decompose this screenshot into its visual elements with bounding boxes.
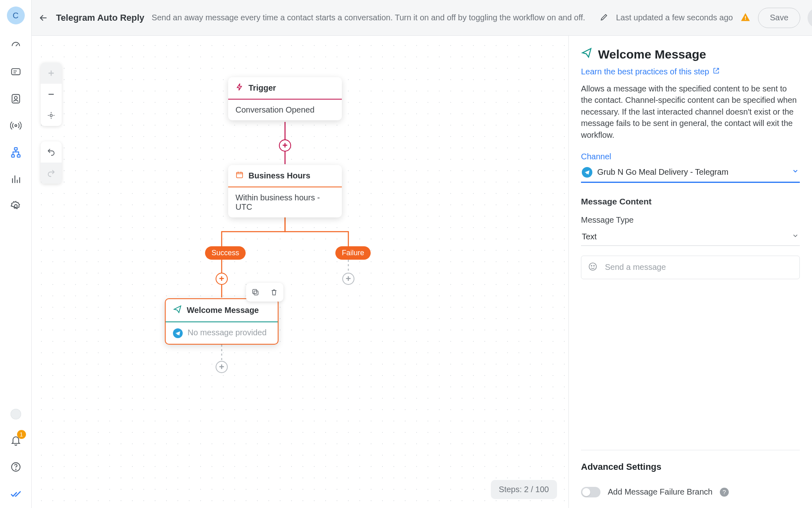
external-link-icon: [713, 67, 720, 76]
send-icon: [173, 305, 182, 316]
svg-point-20: [594, 265, 594, 266]
telegram-icon: [582, 167, 592, 178]
workflow-canvas[interactable]: + + + + Success Failure Trigger Conversa…: [32, 36, 568, 508]
nav-reports[interactable]: [10, 173, 22, 185]
canvas-history-tools: [41, 141, 62, 184]
add-step-after-trigger[interactable]: +: [279, 139, 291, 152]
steps-counter: Steps: 2 / 100: [491, 480, 557, 499]
last-updated: Last updated a few seconds ago: [616, 13, 733, 22]
svg-point-19: [591, 265, 592, 266]
lightning-icon: [235, 83, 244, 93]
svg-point-2: [14, 96, 17, 99]
emoji-button[interactable]: [588, 262, 598, 273]
save-button[interactable]: Save: [758, 8, 800, 28]
node-title: Trigger: [248, 83, 276, 93]
nav-rail: C 1: [0, 0, 32, 508]
help-icon[interactable]: ?: [720, 488, 729, 497]
svg-rect-1: [12, 95, 19, 103]
advanced-settings-heading: Advanced Settings: [581, 462, 800, 472]
svg-point-3: [15, 125, 17, 127]
node-welcome-message[interactable]: Welcome Message No message provided: [165, 298, 279, 345]
svg-rect-5: [11, 155, 14, 157]
workflow-title: Telegram Auto Reply: [56, 13, 145, 23]
panel-title: Welcome Message: [581, 47, 800, 61]
svg-rect-15: [237, 172, 243, 178]
send-icon: [581, 47, 592, 61]
failure-branch-row: Add Message Failure Branch ?: [581, 487, 800, 497]
svg-point-10: [50, 114, 52, 117]
notification-badge: 1: [17, 430, 26, 439]
workflow-subtitle: Send an away message every time a contac…: [152, 13, 585, 22]
svg-rect-0: [11, 69, 20, 75]
message-input[interactable]: [604, 262, 793, 272]
panel-description: Allows a message with the specified cont…: [581, 83, 800, 141]
nav-notifications[interactable]: 1: [10, 434, 22, 446]
back-button[interactable]: [38, 10, 49, 26]
publish-button[interactable]: Publish: [808, 8, 812, 28]
nav-blank[interactable]: [11, 409, 21, 419]
failure-branch-label: Add Message Failure Branch: [608, 487, 713, 497]
node-body: Within business hours - UTC: [228, 187, 342, 217]
nav-settings[interactable]: [10, 200, 22, 212]
node-business-hours[interactable]: Business Hours Within business hours - U…: [228, 165, 342, 217]
nav-help[interactable]: [10, 461, 22, 473]
delete-node-button[interactable]: [265, 283, 283, 302]
node-actions: [246, 283, 283, 302]
zoom-out-button[interactable]: [41, 84, 62, 105]
node-title: Business Hours: [248, 171, 310, 180]
node-trigger[interactable]: Trigger Conversation Opened: [228, 77, 342, 120]
add-step-after-welcome[interactable]: +: [216, 361, 228, 373]
message-type-select[interactable]: Text: [581, 228, 800, 246]
nav-contacts[interactable]: [10, 93, 22, 105]
svg-rect-17: [253, 289, 257, 293]
svg-rect-6: [17, 155, 20, 157]
node-body: Conversation Opened: [228, 100, 342, 120]
undo-button[interactable]: [41, 141, 62, 163]
channel-select[interactable]: Grub N Go Meal Delivery - Telegram: [581, 164, 800, 183]
add-step-after-success[interactable]: +: [216, 273, 228, 285]
branch-success-chip: Success: [205, 246, 246, 260]
nav-double-check[interactable]: [10, 488, 22, 500]
channel-label: Channel: [581, 152, 800, 161]
details-panel: Welcome Message Learn the best practices…: [568, 36, 812, 508]
copy-node-button[interactable]: [246, 283, 265, 302]
redo-button[interactable]: [41, 163, 62, 184]
message-type-label: Message Type: [581, 215, 800, 225]
message-input-row: [581, 256, 800, 279]
edit-icon[interactable]: [600, 13, 609, 23]
svg-rect-16: [254, 291, 258, 295]
nav-broadcast[interactable]: [10, 119, 22, 132]
message-content-heading: Message Content: [581, 197, 800, 206]
best-practices-link[interactable]: Learn the best practices of this step: [581, 67, 800, 76]
chevron-down-icon: [792, 232, 799, 241]
svg-point-7: [14, 205, 17, 208]
nav-dashboard[interactable]: [10, 39, 22, 51]
nav-inbox[interactable]: [10, 66, 22, 78]
fit-view-button[interactable]: [41, 105, 62, 126]
nav-workflows[interactable]: [10, 146, 22, 158]
chevron-down-icon: [792, 167, 799, 177]
warning-icon[interactable]: [740, 12, 751, 24]
node-title: Welcome Message: [187, 306, 259, 315]
add-step-after-failure[interactable]: +: [342, 273, 354, 285]
telegram-icon: [173, 328, 183, 338]
canvas-zoom-tools: [41, 63, 62, 126]
zoom-in-button[interactable]: [41, 63, 62, 84]
svg-rect-4: [14, 148, 17, 150]
branch-failure-chip: Failure: [335, 246, 371, 260]
avatar[interactable]: C: [7, 7, 25, 24]
failure-branch-toggle[interactable]: [581, 487, 600, 497]
node-body: No message provided: [166, 322, 278, 344]
svg-point-18: [589, 263, 596, 270]
topbar: Telegram Auto Reply Send an away message…: [32, 0, 812, 36]
svg-point-9: [15, 469, 16, 469]
calendar-icon: [235, 171, 244, 181]
